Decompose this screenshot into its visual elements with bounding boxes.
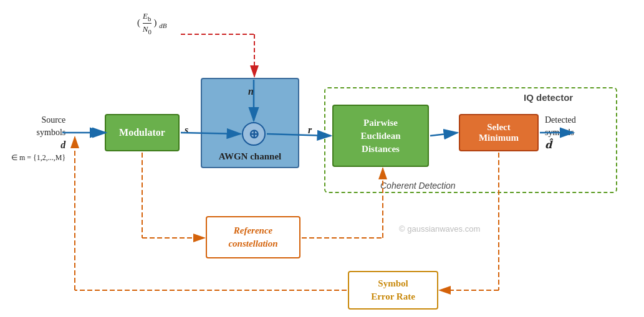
iq-detector-label: IQ detector <box>524 92 573 103</box>
select-minimum-label: Select Minimum <box>479 122 519 143</box>
modulator-label: Modulator <box>119 127 165 138</box>
s-label: s <box>185 125 188 136</box>
pairwise-label: Pairwise Euclidean Distances <box>360 116 400 156</box>
r-label: r <box>308 125 312 136</box>
awgn-channel-label: AWGN channel <box>219 151 281 162</box>
symbol-error-rate-label: Symbol Error Rate <box>371 277 415 303</box>
n-label: n <box>248 86 254 97</box>
symbol-error-rate-box: Symbol Error Rate <box>348 271 438 310</box>
source-symbols-label: Source symbols d ∈ m = {1,2,...,M} <box>11 114 65 163</box>
reference-constellation-label: Reference constellation <box>228 224 277 250</box>
coherent-detection-label: Coherent Detection <box>380 181 456 191</box>
summing-junction: ⊕ <box>242 122 266 146</box>
detected-symbols-label: Detected symbols d̂ <box>545 114 576 153</box>
pairwise-box: Pairwise Euclidean Distances <box>332 105 429 167</box>
select-minimum-box: Select Minimum <box>459 114 539 151</box>
modulator-box: Modulator <box>105 114 180 151</box>
eb-n0-label: ( Eb N0 ) dB <box>137 11 167 35</box>
copyright-label: © gaussianwaves.com <box>399 224 480 234</box>
reference-constellation-box: Reference constellation <box>206 216 300 258</box>
